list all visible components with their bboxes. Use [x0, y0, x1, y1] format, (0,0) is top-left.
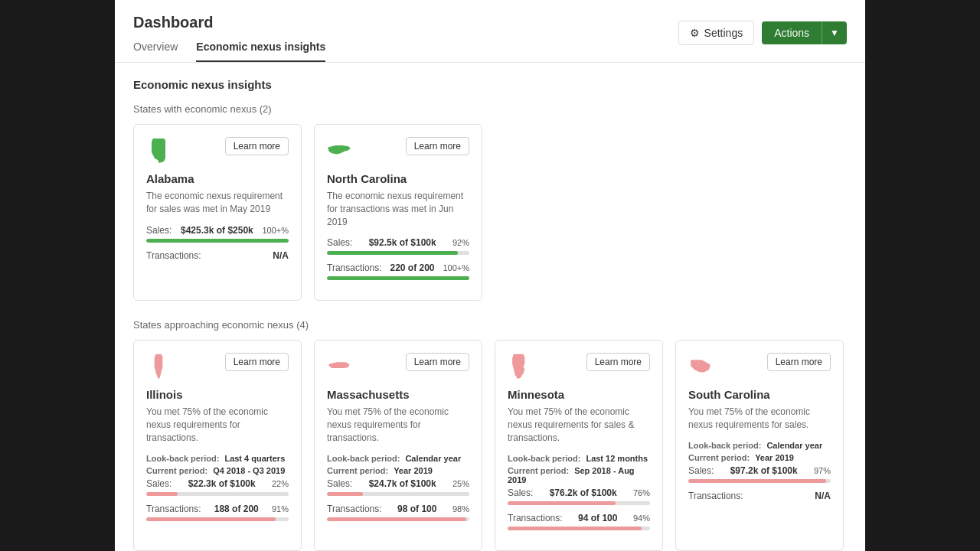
mn-period: Current period: Sep 2018 - Aug 2019	[508, 466, 650, 484]
sc-sales-bar	[688, 479, 831, 483]
card-header-sc: Learn more	[688, 353, 831, 380]
header: Dashboard Overview Economic nexus insigh…	[115, 0, 865, 63]
card-massachusetts: Learn more Massachusetts You met 75% of …	[314, 340, 482, 550]
card-header-ma: Learn more	[327, 353, 469, 380]
main-container: Dashboard Overview Economic nexus insigh…	[115, 0, 865, 551]
alabama-sales-row: Sales: $425.3k of $250k 100+%	[146, 225, 289, 236]
il-transactions-row: Transactions: 188 of 200 91%	[146, 504, 289, 514]
minnesota-icon	[508, 353, 532, 380]
il-lookback: Look-back period: Last 4 quarters	[146, 454, 289, 463]
alabama-sales-bar	[146, 239, 289, 243]
il-transactions-bar	[146, 517, 289, 521]
sc-sales-row: Sales: $97.2k of $100k 97%	[688, 465, 831, 476]
nc-sales-bar	[327, 251, 469, 255]
alabama-icon	[146, 137, 171, 165]
page-title: Dashboard	[133, 14, 325, 31]
sc-lookback: Look-back period: Calendar year	[688, 441, 831, 450]
mn-transactions-bar	[508, 527, 650, 530]
alabama-name: Alabama	[146, 172, 289, 185]
approaching-section-title: States approaching economic nexus (4)	[133, 319, 847, 331]
learn-more-alabama[interactable]: Learn more	[225, 137, 289, 155]
il-sales-row: Sales: $22.3k of $100k 22%	[146, 478, 289, 489]
mn-sales-bar	[508, 501, 650, 505]
card-alabama: Learn more Alabama The economic nexus re…	[133, 124, 302, 301]
actions-dropdown-button[interactable]: ▼	[822, 21, 847, 44]
nc-name: North Carolina	[327, 172, 469, 185]
met-section-title: States with economic nexus (2)	[133, 103, 847, 115]
mn-sales-row: Sales: $76.2k of $100k 76%	[508, 487, 650, 498]
il-description: You met 75% of the economic nexus requir…	[146, 406, 289, 444]
nc-sales-row: Sales: $92.5k of $100k 92%	[327, 237, 469, 248]
sc-period: Current period: Year 2019	[688, 453, 831, 462]
header-right: ⚙ Settings Actions ▼	[678, 21, 847, 56]
alabama-description: The economic nexus requirement for sales…	[146, 190, 289, 216]
card-header-il: Learn more	[146, 353, 289, 380]
card-illinois: Learn more Illinois You met 75% of the e…	[133, 340, 302, 550]
learn-more-sc[interactable]: Learn more	[767, 353, 831, 371]
actions-main-button[interactable]: Actions	[762, 21, 822, 44]
card-header-nc: Learn more	[327, 137, 469, 165]
nc-transactions-bar	[327, 276, 469, 280]
learn-more-ma[interactable]: Learn more	[406, 353, 469, 371]
card-header-alabama: Learn more	[146, 137, 289, 165]
north-carolina-icon	[327, 137, 351, 165]
card-north-carolina: Learn more North Carolina The economic n…	[314, 124, 482, 301]
card-minnesota: Learn more Minnesota You met 75% of the …	[495, 340, 663, 550]
card-south-carolina: Learn more South Carolina You met 75% of…	[675, 340, 844, 550]
sc-description: You met 75% of the economic nexus requir…	[688, 406, 831, 432]
mn-description: You met 75% of the economic nexus requir…	[508, 406, 650, 444]
il-period: Current period: Q4 2018 - Q3 2019	[146, 466, 289, 475]
learn-more-nc[interactable]: Learn more	[406, 137, 469, 155]
il-transactions-fill	[146, 517, 276, 521]
south-carolina-icon	[688, 353, 713, 380]
tab-economic-nexus[interactable]: Economic nexus insights	[196, 41, 325, 62]
alabama-sales-fill	[146, 239, 289, 243]
ma-name: Massachusetts	[327, 388, 469, 401]
alabama-transactions-row: Transactions: N/A	[146, 250, 289, 261]
ma-transactions-row: Transactions: 98 of 100 98%	[327, 504, 469, 514]
card-header-mn: Learn more	[508, 353, 650, 380]
il-sales-bar	[146, 492, 289, 496]
mn-sales-fill	[508, 501, 616, 505]
settings-button[interactable]: ⚙ Settings	[678, 21, 755, 45]
il-name: Illinois	[146, 388, 289, 401]
tab-overview[interactable]: Overview	[133, 41, 178, 62]
learn-more-il[interactable]: Learn more	[225, 353, 289, 371]
mn-transactions-fill	[508, 527, 642, 530]
gear-icon: ⚙	[690, 27, 700, 39]
header-left: Dashboard Overview Economic nexus insigh…	[133, 14, 325, 62]
nc-sales-fill	[327, 251, 458, 255]
illinois-icon	[146, 353, 171, 380]
actions-button-group: Actions ▼	[762, 21, 847, 44]
sc-transactions-row: Transactions: N/A	[688, 491, 831, 501]
sc-name: South Carolina	[688, 388, 831, 401]
mn-name: Minnesota	[508, 388, 650, 401]
mn-lookback: Look-back period: Last 12 months	[508, 454, 650, 463]
ma-lookback: Look-back period: Calendar year	[327, 454, 469, 463]
learn-more-mn[interactable]: Learn more	[586, 353, 650, 371]
il-sales-fill	[146, 492, 178, 496]
ma-description: You met 75% of the economic nexus requir…	[327, 406, 469, 444]
section-title: Economic nexus insights	[133, 78, 847, 91]
content: Economic nexus insights States with econ…	[115, 63, 865, 551]
ma-sales-row: Sales: $24.7k of $100k 25%	[327, 478, 469, 489]
nc-description: The economic nexus requirement for trans…	[327, 190, 469, 228]
ma-sales-bar	[327, 492, 469, 496]
ma-transactions-bar	[327, 517, 469, 521]
met-cards-row: Learn more Alabama The economic nexus re…	[133, 124, 847, 301]
sc-sales-fill	[688, 479, 826, 483]
tabs: Overview Economic nexus insights	[133, 41, 325, 62]
approaching-cards-row: Learn more Illinois You met 75% of the e…	[133, 340, 847, 550]
nc-transactions-row: Transactions: 220 of 200 100+%	[327, 262, 469, 273]
ma-period: Current period: Year 2019	[327, 466, 469, 475]
mn-transactions-row: Transactions: 94 of 100 94%	[508, 513, 650, 523]
massachusetts-icon	[327, 353, 351, 380]
ma-transactions-fill	[327, 517, 466, 521]
ma-sales-fill	[327, 492, 363, 496]
nc-transactions-fill	[327, 276, 469, 280]
